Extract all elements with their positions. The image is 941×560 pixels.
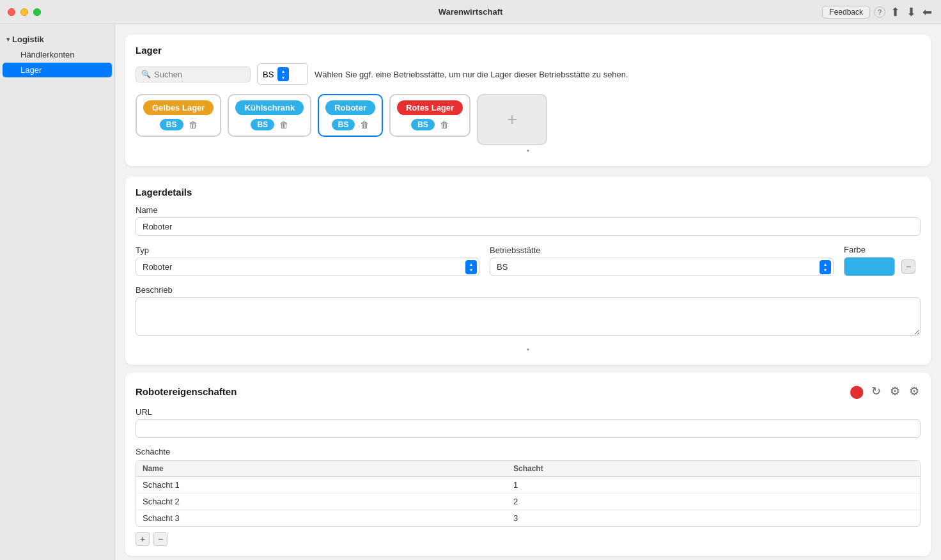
search-input[interactable]	[154, 70, 237, 79]
lager-section: Lager 🔍 BS ▴ ▾ Wählen Sie ggf. eine Betr…	[125, 35, 931, 166]
title-bar-actions: Feedback ? ⬆ ⬇ ⬅	[822, 4, 933, 20]
lager-cards: Gelbes Lager BS 🗑 Kühlschrank BS 🗑	[136, 94, 921, 145]
cell-schacht: 1	[507, 477, 825, 494]
table-footer: + −	[136, 532, 921, 546]
betriebsstaette-col: Betriebsstätte BS ▴ ▾	[490, 245, 834, 276]
typ-row: Typ Roboter ▴ ▾ Betriebsstätte	[136, 245, 921, 276]
lager-card-bottom: BS 🗑	[332, 119, 369, 130]
table-row[interactable]: Schacht 3 3	[136, 510, 920, 527]
sidebar-item-lager[interactable]: Lager	[3, 63, 112, 77]
sidebar-section-logistik: ▾ Logistik Händlerkonten Lager	[0, 29, 114, 81]
name-input[interactable]	[136, 217, 921, 236]
remove-row-button[interactable]: −	[153, 532, 167, 546]
schaechte-table-wrapper: Name Schacht Schacht 1 1	[136, 460, 921, 527]
main-layout: ▾ Logistik Händlerkonten Lager Lager 🔍	[0, 24, 941, 560]
bs-badge: BS	[411, 119, 435, 130]
minimize-button[interactable]	[20, 8, 28, 16]
cell-schacht: 3	[507, 510, 825, 527]
settings-button[interactable]: ⚙	[908, 383, 921, 400]
betriebsstaette-stepper: ▴ ▾	[277, 67, 289, 81]
sidebar-item-label: Lager	[20, 65, 42, 75]
beschrieb-input[interactable]	[136, 297, 921, 336]
lager-header: 🔍 BS ▴ ▾ Wählen Sie ggf. eine Betriebsst…	[136, 63, 921, 85]
export-icon-button[interactable]: ⬇	[905, 4, 917, 20]
cell-action	[825, 494, 920, 510]
delete-icon[interactable]: 🗑	[440, 120, 449, 130]
lager-card-gelbes-lager[interactable]: Gelbes Lager BS 🗑	[136, 94, 221, 137]
traffic-lights	[8, 8, 41, 16]
delete-icon[interactable]: 🗑	[189, 120, 198, 130]
betriebsstaette-select-wrapper: BS ▴ ▾	[490, 258, 834, 276]
sidebar-group-logistik[interactable]: ▾ Logistik	[0, 32, 114, 47]
help-button[interactable]: ?	[874, 6, 885, 18]
table-row[interactable]: Schacht 2 2	[136, 494, 920, 510]
table-row[interactable]: Schacht 1 1	[136, 477, 920, 494]
content-area: Lager 🔍 BS ▴ ▾ Wählen Sie ggf. eine Betr…	[115, 24, 941, 560]
col-header-schacht: Schacht	[507, 461, 825, 477]
lager-card-name: Roboter	[325, 100, 375, 115]
cell-name: Schacht 3	[136, 510, 507, 527]
betriebsstaette-label: Betriebsstätte	[490, 245, 834, 255]
feedback-button[interactable]: Feedback	[822, 6, 870, 19]
bs-badge: BS	[251, 119, 274, 130]
cell-schacht: 2	[507, 494, 825, 510]
robot-icons: ⬤ ↻ ⚙ ⚙	[850, 383, 921, 400]
lager-card-rotes-lager[interactable]: Rotes Lager BS 🗑	[389, 94, 470, 137]
search-box[interactable]: 🔍	[136, 66, 251, 82]
delete-icon[interactable]: 🗑	[360, 120, 369, 130]
farbe-label: Farbe	[844, 245, 921, 254]
url-input[interactable]	[136, 419, 921, 438]
schaechte-section: Schächte Name Schacht Schacht 1	[136, 447, 921, 546]
color-minus-button[interactable]: −	[901, 260, 915, 274]
typ-col: Typ Roboter ▴ ▾	[136, 245, 479, 276]
name-group: Name	[136, 205, 921, 236]
sidebar-item-label: Händlerkonten	[20, 50, 75, 59]
reload-button[interactable]: ↻	[870, 383, 882, 400]
window-title: Warenwirtschaft	[439, 7, 503, 17]
lager-card-name: Gelbes Lager	[143, 100, 214, 115]
lager-card-kuehlschrank[interactable]: Kühlschrank BS 🗑	[228, 94, 311, 137]
col-header-name: Name	[136, 461, 507, 477]
logout-icon-button[interactable]: ⬅	[921, 4, 933, 20]
lager-card-name: Kühlschrank	[235, 100, 304, 115]
sidebar-item-haendlerkonten[interactable]: Händlerkonten	[3, 47, 112, 62]
delete-icon[interactable]: 🗑	[279, 120, 288, 130]
table-header-row: Name Schacht	[136, 461, 920, 477]
title-bar: Warenwirtschaft Feedback ? ⬆ ⬇ ⬅	[0, 0, 941, 24]
lager-card-bottom: BS 🗑	[160, 119, 198, 130]
color-swatch[interactable]	[844, 257, 895, 276]
add-row-button[interactable]: +	[136, 532, 150, 546]
search-icon: 🔍	[141, 70, 151, 79]
error-icon: ⬤	[850, 384, 864, 399]
betriebsstaette-value: BS	[263, 70, 274, 79]
roboter-section: Robotereigenschaften ⬤ ↻ ⚙ ⚙ URL Schächt…	[125, 373, 931, 556]
connect-button[interactable]: ⚙	[889, 383, 901, 400]
farbe-col: Farbe −	[844, 245, 921, 276]
betriebsstaette-select[interactable]: BS	[490, 258, 834, 276]
sidebar: ▾ Logistik Händlerkonten Lager	[0, 24, 115, 560]
robot-section-title: Robotereigenschaften	[136, 386, 237, 397]
col-header-empty	[825, 461, 920, 477]
cell-name: Schacht 2	[136, 494, 507, 510]
import-icon-button[interactable]: ⬆	[889, 4, 901, 20]
add-lager-card[interactable]: +	[477, 94, 547, 145]
lager-card-name: Rotes Lager	[397, 100, 463, 115]
scroll-indicator-2: ●	[136, 346, 921, 352]
lager-card-roboter[interactable]: Roboter BS 🗑	[318, 94, 383, 137]
robot-section-header: Robotereigenschaften ⬤ ↻ ⚙ ⚙	[136, 383, 921, 400]
cell-name: Schacht 1	[136, 477, 507, 494]
close-button[interactable]	[8, 8, 15, 16]
typ-select-wrapper: Roboter ▴ ▾	[136, 258, 479, 276]
table-head: Name Schacht	[136, 461, 920, 477]
chevron-icon: ▾	[6, 36, 10, 43]
sidebar-group-label: Logistik	[12, 35, 44, 44]
lager-section-title: Lager	[136, 45, 921, 56]
typ-select[interactable]: Roboter	[136, 258, 479, 276]
betriebsstaette-select[interactable]: BS ▴ ▾	[257, 63, 308, 85]
name-label: Name	[136, 205, 921, 215]
schaechte-table: Name Schacht Schacht 1 1	[136, 461, 920, 526]
lager-card-bottom: BS 🗑	[411, 119, 449, 130]
bs-badge: BS	[332, 119, 355, 130]
scroll-indicator: ●	[136, 148, 921, 153]
maximize-button[interactable]	[33, 8, 41, 16]
